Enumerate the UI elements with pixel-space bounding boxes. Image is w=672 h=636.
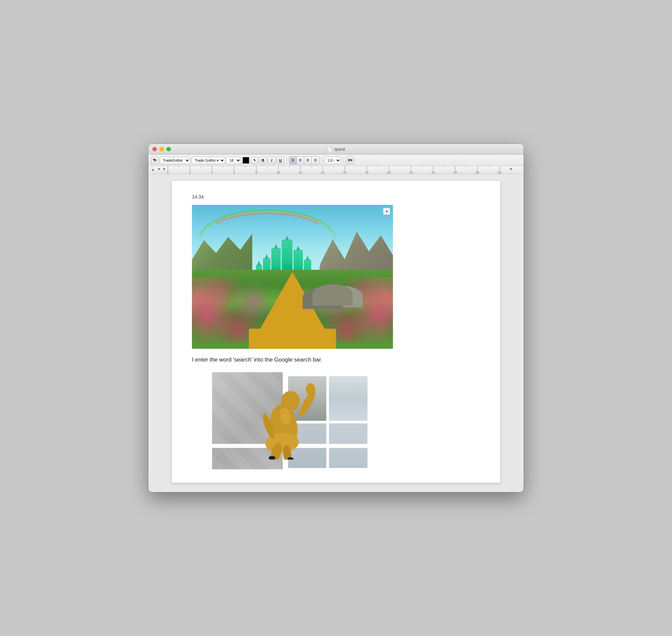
- svg-text:4: 4: [211, 171, 213, 174]
- svg-text:22: 22: [409, 171, 413, 174]
- svg-text:18: 18: [365, 171, 368, 174]
- svg-text:16: 16: [343, 171, 346, 174]
- image-dropdown-button[interactable]: ▾: [383, 207, 390, 215]
- align-right-button[interactable]: ☰: [304, 157, 311, 164]
- align-center-button[interactable]: ☰: [297, 157, 304, 164]
- line-spacing-select[interactable]: 1,0 ▾: [324, 157, 341, 164]
- svg-text:24: 24: [431, 171, 435, 174]
- ruler-svg: ▼ ▶ ▶ 0 2 4 6 8: [148, 166, 524, 174]
- maximize-button[interactable]: [167, 147, 171, 151]
- chevron-down-icon: ▾: [386, 210, 388, 213]
- window-title: 📄 quest: [327, 146, 345, 152]
- svg-text:▼: ▼: [151, 168, 155, 172]
- svg-text:▶: ▶: [510, 167, 513, 171]
- align-center-icon: ☰: [299, 158, 302, 162]
- alignment-group: ☰ ☰ ☰ ☰: [289, 156, 319, 164]
- svg-text:26: 26: [454, 171, 457, 174]
- font-size-select[interactable]: 18: [227, 157, 241, 164]
- image-2-container: [212, 372, 369, 469]
- document-area[interactable]: 14:34: [148, 174, 524, 492]
- list-button[interactable]: ☰▾: [346, 157, 354, 164]
- eyedropper-icon: ✒: [252, 158, 257, 163]
- toolbar-separator-2: [322, 157, 322, 164]
- title-bar: 📄 quest: [148, 144, 524, 155]
- font-family-select-2[interactable]: Trade Gothic ▾: [192, 157, 225, 164]
- font-family-select-1[interactable]: TradeGothic: [160, 157, 190, 164]
- underline-button[interactable]: U: [277, 157, 284, 164]
- color-swatch[interactable]: [243, 157, 249, 164]
- svg-text:10: 10: [277, 171, 280, 174]
- paragraph-style-button[interactable]: ¶▾: [151, 157, 158, 164]
- align-left-button[interactable]: ☰: [289, 157, 297, 164]
- wizard-scene-image: [192, 205, 393, 349]
- close-button[interactable]: [152, 147, 157, 151]
- svg-text:▶: ▶: [164, 167, 166, 171]
- title-text: quest: [334, 146, 345, 152]
- toolbar-separator-3: [343, 157, 344, 164]
- rocks: [312, 284, 353, 306]
- toolbar: ¶▾ TradeGothic Trade Gothic ▾ 18 ✒ B I U…: [148, 155, 524, 166]
- figure-scene-image: [212, 372, 369, 469]
- svg-text:0: 0: [167, 171, 169, 174]
- align-left-icon: ☰: [291, 158, 294, 162]
- timestamp: 14:34: [192, 194, 480, 199]
- svg-text:2: 2: [189, 171, 191, 174]
- toolbar-separator-1: [286, 157, 287, 164]
- align-justify-button[interactable]: ☰: [311, 157, 319, 164]
- document-icon: 📄: [327, 146, 332, 152]
- svg-text:14: 14: [321, 171, 324, 174]
- yellow-road-base: [249, 329, 336, 349]
- align-justify-icon: ☰: [314, 158, 317, 162]
- eyedropper-button[interactable]: ✒: [251, 157, 258, 164]
- svg-text:8: 8: [255, 171, 257, 174]
- svg-text:28: 28: [476, 171, 479, 174]
- gold-figure-svg: [244, 383, 331, 460]
- svg-text:30: 30: [498, 171, 501, 174]
- ruler: ▼ ▶ ▶ 0 2 4 6 8: [148, 166, 524, 174]
- svg-text:6: 6: [233, 171, 235, 174]
- page: 14:34: [172, 181, 500, 483]
- app-window: 📄 quest ¶▾ TradeGothic Trade Gothic ▾ 18…: [148, 144, 524, 492]
- window-pane-2: [328, 375, 369, 422]
- image-1-container: ▾: [192, 205, 393, 349]
- minimize-button[interactable]: [159, 147, 164, 151]
- bold-button[interactable]: B: [259, 157, 267, 164]
- traffic-lights: [152, 147, 171, 151]
- caption-text: I enter the word 'search' into the Googl…: [192, 356, 480, 364]
- align-right-icon: ☰: [306, 158, 309, 162]
- svg-text:12: 12: [299, 171, 302, 174]
- svg-point-55: [306, 383, 315, 395]
- italic-button[interactable]: I: [268, 157, 275, 164]
- svg-text:▶: ▶: [158, 167, 161, 171]
- svg-text:20: 20: [387, 171, 390, 174]
